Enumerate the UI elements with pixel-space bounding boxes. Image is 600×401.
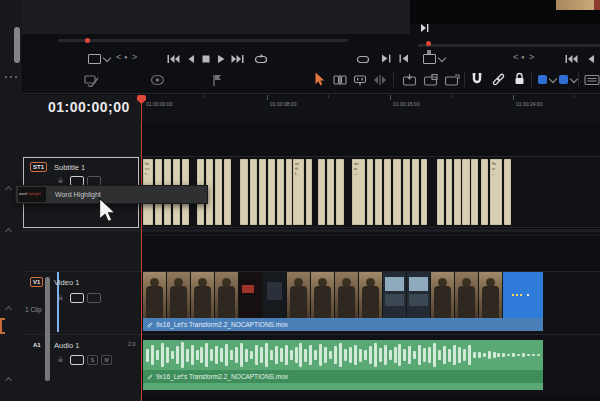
left-scrollbar-thumb[interactable] xyxy=(14,27,20,63)
video-track-name[interactable]: Video 1 xyxy=(54,278,79,287)
timeline-ruler[interactable]: 01:00:00:0001:00:08:0001:00:16:0001:00:2… xyxy=(140,95,600,122)
chevron-down-icon[interactable] xyxy=(570,75,578,83)
chevron-down-icon[interactable] xyxy=(103,54,111,62)
skip-end-icon[interactable] xyxy=(231,54,244,64)
subtitle-clip[interactable] xyxy=(403,159,410,225)
subtitle-clip[interactable] xyxy=(367,159,373,225)
waveform-bar xyxy=(304,349,307,362)
subtitle-clip[interactable] xyxy=(336,159,344,225)
jog-right-icon[interactable]: > xyxy=(132,53,137,62)
subtitle-clip[interactable] xyxy=(471,159,478,225)
waveform-bar xyxy=(527,354,530,357)
subtitle-clip[interactable]: do w. — xyxy=(352,159,365,225)
loop-icon[interactable] xyxy=(356,54,370,64)
subtitle-clip[interactable] xyxy=(277,159,284,225)
viewer-mode-icon[interactable] xyxy=(88,54,101,64)
lock-icon[interactable] xyxy=(57,356,64,363)
subtitle-clip[interactable] xyxy=(504,159,511,225)
chevron-down-icon[interactable] xyxy=(549,75,557,83)
play-icon[interactable] xyxy=(216,54,226,64)
subtitle-clip[interactable] xyxy=(393,159,401,225)
auto-select-toggle[interactable] xyxy=(70,355,84,365)
step-back-icon[interactable] xyxy=(586,54,596,64)
overflow-dots-icon[interactable] xyxy=(15,76,17,78)
subtitle-clip[interactable] xyxy=(306,159,312,225)
replace-clip-icon[interactable] xyxy=(444,74,460,87)
video-clip[interactable]: 9x16_Let's Transform2.2_NOCAPTIONS.mov xyxy=(143,272,543,331)
auto-select-toggle[interactable] xyxy=(70,293,84,303)
subtitle-clip[interactable] xyxy=(268,159,275,225)
play-to-end-icon[interactable] xyxy=(420,24,429,32)
mute-button[interactable]: M xyxy=(101,355,112,365)
subtitle-track-name[interactable]: Subtitle 1 xyxy=(54,163,85,172)
jog-dot-icon[interactable]: ● xyxy=(521,53,525,62)
position-lock-icon[interactable] xyxy=(513,72,526,86)
subtitle-clip[interactable] xyxy=(375,159,382,225)
subtitle-clip[interactable] xyxy=(286,159,292,225)
audio-view-options-icon[interactable] xyxy=(150,74,165,86)
selection-mode-icon[interactable] xyxy=(314,72,325,87)
subtitle-clip[interactable] xyxy=(240,159,248,225)
skip-start-icon[interactable] xyxy=(565,54,578,64)
overflow-dots-icon[interactable] xyxy=(5,76,7,78)
subtitle-track-badge[interactable]: ST1 xyxy=(30,162,47,172)
jog-left-icon[interactable]: < xyxy=(116,53,121,62)
play-to-end-icon[interactable] xyxy=(381,54,391,63)
subtitle-clip[interactable] xyxy=(412,159,419,225)
lock-icon[interactable] xyxy=(57,294,64,301)
loop-icon[interactable] xyxy=(254,54,268,64)
audio-clip[interactable]: 9x16_Let's Transform2.2_NOCAPTIONS.mov xyxy=(143,340,543,390)
skip-start-icon[interactable] xyxy=(167,54,180,64)
trim-edit-mode-icon[interactable] xyxy=(333,74,347,86)
lock-icon[interactable] xyxy=(57,177,64,184)
subtitle-clip[interactable] xyxy=(481,159,488,225)
subtitle-clip[interactable] xyxy=(462,159,470,225)
razor-edit-mode-icon[interactable] xyxy=(353,74,367,86)
subtitle-clip[interactable] xyxy=(437,159,444,225)
subtitle-clip[interactable] xyxy=(224,159,231,225)
audio-track-badge[interactable]: A1 xyxy=(30,340,44,350)
subtitle-clip[interactable] xyxy=(327,159,334,225)
subtitle-clip[interactable] xyxy=(421,159,427,225)
audio-track-name[interactable]: Audio 1 xyxy=(54,341,79,350)
insert-clip-icon[interactable] xyxy=(402,74,417,87)
subtitle-clip[interactable] xyxy=(454,159,461,225)
track-scrollbar-thumb[interactable] xyxy=(45,277,50,381)
subtitle-clip[interactable]: wi th L.. xyxy=(293,159,304,225)
timeline-playhead-line[interactable] xyxy=(141,95,142,401)
track-option-toggle[interactable] xyxy=(87,293,101,303)
video-track-badge[interactable]: V1 xyxy=(30,277,43,287)
source-viewer-scrub-bar[interactable] xyxy=(58,39,348,42)
marker-flag-icon[interactable] xyxy=(212,74,222,87)
timeline-view-options-icon[interactable] xyxy=(84,74,100,87)
overflow-dots-icon[interactable] xyxy=(10,76,12,78)
jog-right-icon[interactable]: > xyxy=(529,53,534,62)
overwrite-clip-icon[interactable] xyxy=(423,74,438,87)
viewer-mode-icon[interactable] xyxy=(423,54,436,64)
chevron-down-icon[interactable] xyxy=(438,54,446,62)
stop-icon[interactable] xyxy=(201,54,211,64)
link-clips-icon[interactable] xyxy=(491,72,506,87)
subtitle-clip[interactable]: fle vi ... xyxy=(490,159,502,225)
source-viewer-playhead[interactable] xyxy=(85,38,90,43)
dynamic-trim-icon[interactable] xyxy=(373,74,387,86)
jog-dot-icon[interactable]: ● xyxy=(124,53,128,62)
go-to-start-icon[interactable] xyxy=(399,54,409,63)
snapping-magnet-icon[interactable] xyxy=(470,72,484,87)
flag-color-button[interactable] xyxy=(538,75,547,84)
subtitle-clip[interactable] xyxy=(446,159,452,225)
subtitle-clip[interactable] xyxy=(250,159,257,225)
subtitle-clip[interactable] xyxy=(215,159,222,225)
solo-button[interactable]: S xyxy=(87,355,98,365)
subtitle-clip[interactable] xyxy=(259,159,266,225)
marker-color-button[interactable] xyxy=(559,75,568,84)
screen-view-icon[interactable] xyxy=(584,74,600,86)
step-back-icon[interactable] xyxy=(186,54,196,64)
subtitle-lane[interactable]: thi s c t..wi th L..do w. —fle vi ... xyxy=(140,157,600,227)
toolbar-divider xyxy=(464,72,465,87)
timeline-viewer-playhead[interactable] xyxy=(426,41,431,46)
subtitle-clip[interactable] xyxy=(318,159,325,225)
timeline-viewer-scrub-bar[interactable] xyxy=(418,44,600,47)
jog-left-icon[interactable]: < xyxy=(513,53,518,62)
subtitle-clip[interactable] xyxy=(384,159,391,225)
